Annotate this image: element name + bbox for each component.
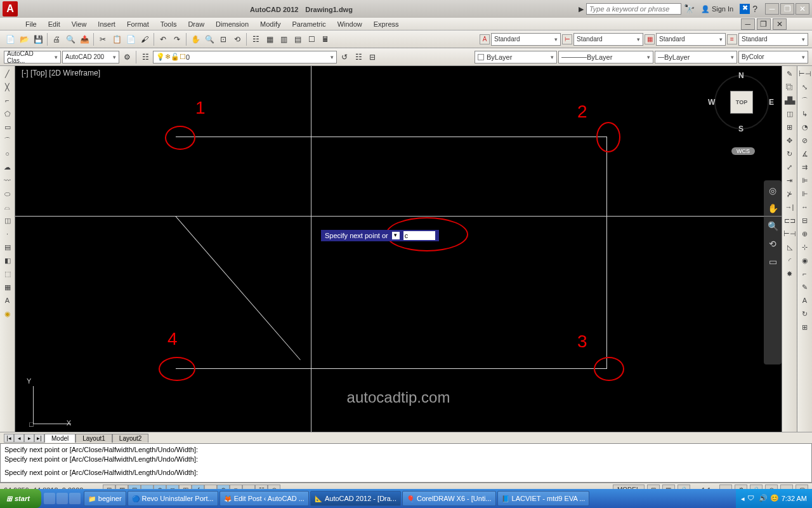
dim-tedit-icon[interactable]: A bbox=[799, 294, 811, 307]
task-lacviet[interactable]: 📘 LACVIET - mtd9 EVA ... bbox=[497, 491, 590, 506]
layer-props-icon[interactable]: ☷ bbox=[139, 51, 152, 64]
pan-nav-icon[interactable]: ✋ bbox=[766, 202, 779, 215]
menu-modify[interactable]: Modify bbox=[260, 20, 280, 28]
color-dropdown[interactable]: ByLayer bbox=[475, 51, 557, 64]
menu-draw[interactable]: Draw bbox=[188, 20, 204, 28]
wcs-badge[interactable]: WCS bbox=[731, 147, 755, 155]
arc-icon[interactable]: ⌒ bbox=[1, 134, 14, 147]
task-beginer[interactable]: 📁 beginer bbox=[84, 491, 126, 506]
workspace2-dropdown[interactable]: AutoCAD 200 bbox=[62, 51, 119, 64]
ellipse-arc-icon[interactable]: ⌓ bbox=[1, 201, 14, 213]
layer-state-icon[interactable]: ☷ bbox=[352, 51, 365, 64]
jogged-icon[interactable]: ⌐ bbox=[799, 267, 811, 280]
task-firefox[interactable]: 🦊 Edit Post ‹ AutoCAD ... bbox=[219, 491, 309, 506]
textstyle-icon[interactable]: A bbox=[480, 34, 490, 44]
sheet-icon[interactable]: ▤ bbox=[291, 33, 304, 46]
ql-icon-3[interactable] bbox=[69, 493, 81, 504]
rectangle-icon[interactable]: ▭ bbox=[1, 121, 14, 133]
showmotion-icon[interactable]: ▭ bbox=[766, 255, 779, 268]
viewport-label[interactable]: [-] [Top] [2D Wireframe] bbox=[22, 69, 100, 77]
mirror-icon[interactable]: ▟▙ bbox=[783, 94, 796, 107]
qcalc-icon[interactable]: 🖩 bbox=[319, 33, 332, 46]
doc-close-button[interactable]: ✕ bbox=[773, 18, 787, 30]
pline-icon[interactable]: ⌐ bbox=[1, 94, 14, 107]
table-style-dropdown[interactable]: Standard bbox=[656, 33, 726, 46]
ellipse-icon[interactable]: ⬭ bbox=[1, 187, 14, 200]
table-icon[interactable]: ▦ bbox=[1, 281, 14, 293]
xline-icon[interactable]: ╳ bbox=[1, 81, 14, 93]
clock[interactable]: 7:32 AM bbox=[782, 495, 807, 502]
tray-icon-3[interactable]: 😊 bbox=[770, 494, 779, 503]
tab-next-button[interactable]: ▸ bbox=[24, 434, 34, 443]
menu-window[interactable]: Window bbox=[337, 20, 362, 28]
tray-expand-icon[interactable]: ◂ bbox=[741, 495, 745, 503]
stretch-icon[interactable]: ⇥ bbox=[783, 174, 796, 187]
zoom-icon[interactable]: 🔍 bbox=[203, 33, 216, 46]
help-icon[interactable]: ? bbox=[752, 4, 757, 14]
task-revo[interactable]: 🔵 Revo Uninstaller Port... bbox=[128, 491, 218, 506]
polygon-icon[interactable]: ⬠ bbox=[1, 107, 14, 120]
dim-break-icon[interactable]: ⊟ bbox=[799, 214, 811, 227]
menu-edit[interactable]: Edit bbox=[48, 20, 60, 28]
dim-ord-icon[interactable]: ↳ bbox=[799, 107, 811, 120]
task-autocad[interactable]: 📐 AutoCAD 2012 - [Dra... bbox=[310, 491, 401, 506]
maximize-button[interactable]: ❐ bbox=[780, 3, 794, 15]
viewcube-w[interactable]: W bbox=[708, 98, 715, 107]
dim-arc-icon[interactable]: ⌒ bbox=[799, 94, 811, 107]
app-logo-icon[interactable]: A bbox=[3, 1, 18, 17]
dimstyle-tool-icon[interactable]: ⊞ bbox=[799, 321, 811, 333]
ws-settings-icon[interactable]: ⚙ bbox=[121, 51, 133, 64]
tab-last-button[interactable]: ▸| bbox=[34, 434, 44, 443]
linetype-dropdown[interactable]: ———— ByLayer bbox=[558, 51, 653, 64]
tolerance-icon[interactable]: ⊕ bbox=[799, 227, 811, 240]
hatch-icon[interactable]: ▤ bbox=[1, 241, 14, 253]
spline-icon[interactable]: 〰 bbox=[1, 174, 14, 187]
viewcube-top[interactable]: TOP bbox=[730, 91, 753, 114]
tab-layout2[interactable]: Layout2 bbox=[112, 434, 149, 443]
dim-update-icon[interactable]: ↻ bbox=[799, 307, 811, 320]
menu-view[interactable]: View bbox=[72, 20, 87, 28]
redo-icon[interactable]: ↷ bbox=[171, 33, 183, 46]
viewcube-s[interactable]: S bbox=[738, 124, 743, 133]
rotate-icon[interactable]: ↻ bbox=[783, 147, 796, 160]
tab-layout1[interactable]: Layout1 bbox=[75, 434, 112, 443]
menu-tools[interactable]: Tools bbox=[160, 20, 177, 28]
publish-icon[interactable]: 📤 bbox=[78, 33, 91, 46]
dim-angular-icon[interactable]: ∡ bbox=[799, 147, 811, 160]
wheel-icon[interactable]: ◎ bbox=[766, 184, 779, 197]
copy-icon[interactable]: 📋 bbox=[110, 33, 123, 46]
dim-linear-icon[interactable]: ⊢⊣ bbox=[799, 67, 811, 80]
zoom-nav-icon[interactable]: 🔍 bbox=[766, 220, 779, 232]
drawing-canvas[interactable]: [-] [Top] [2D Wireframe] 1 2 3 4 Specify… bbox=[15, 66, 782, 432]
view-cube[interactable]: TOP N S W E bbox=[713, 74, 770, 131]
menu-format[interactable]: Format bbox=[127, 20, 149, 28]
tab-model[interactable]: Model bbox=[44, 434, 75, 443]
viewcube-e[interactable]: E bbox=[769, 98, 774, 107]
mlstyle-icon[interactable]: ≡ bbox=[727, 34, 737, 44]
tablestyle-icon[interactable]: ▦ bbox=[645, 34, 655, 44]
zoom-prev-icon[interactable]: ⟲ bbox=[231, 33, 244, 46]
prompt-input[interactable] bbox=[403, 231, 435, 240]
tray-icon-2[interactable]: 🔊 bbox=[759, 494, 768, 503]
workspace-dropdown[interactable]: AutoCAD Clas... bbox=[4, 51, 61, 64]
addselect-icon[interactable]: ◉ bbox=[1, 307, 14, 320]
menu-insert[interactable]: Insert bbox=[98, 20, 115, 28]
zoom-window-icon[interactable]: ⊡ bbox=[217, 33, 230, 46]
join-icon[interactable]: ⊢⊣ bbox=[783, 227, 796, 240]
ql-icon-1[interactable] bbox=[44, 493, 55, 504]
erase-icon[interactable]: ✎ bbox=[783, 67, 796, 80]
dim-radius-icon[interactable]: ◔ bbox=[799, 121, 811, 133]
minimize-button[interactable]: ─ bbox=[765, 3, 779, 15]
point-icon[interactable]: · bbox=[1, 227, 14, 240]
copy-mod-icon[interactable]: ⿻ bbox=[783, 81, 796, 93]
offset-icon[interactable]: ◫ bbox=[783, 107, 796, 120]
viewcube-n[interactable]: N bbox=[738, 71, 744, 80]
mtext-icon[interactable]: A bbox=[1, 294, 14, 307]
dim-quick-icon[interactable]: ⇉ bbox=[799, 161, 811, 173]
undo-icon[interactable]: ↶ bbox=[157, 33, 169, 46]
dimstyle-icon[interactable]: ⊢ bbox=[562, 34, 572, 44]
fillet-icon[interactable]: ◜ bbox=[783, 254, 796, 267]
search-input[interactable] bbox=[586, 3, 681, 15]
menu-dimension[interactable]: Dimension bbox=[216, 20, 249, 28]
layer-dropdown[interactable]: 💡❄🔓☐ 0 bbox=[153, 51, 337, 64]
